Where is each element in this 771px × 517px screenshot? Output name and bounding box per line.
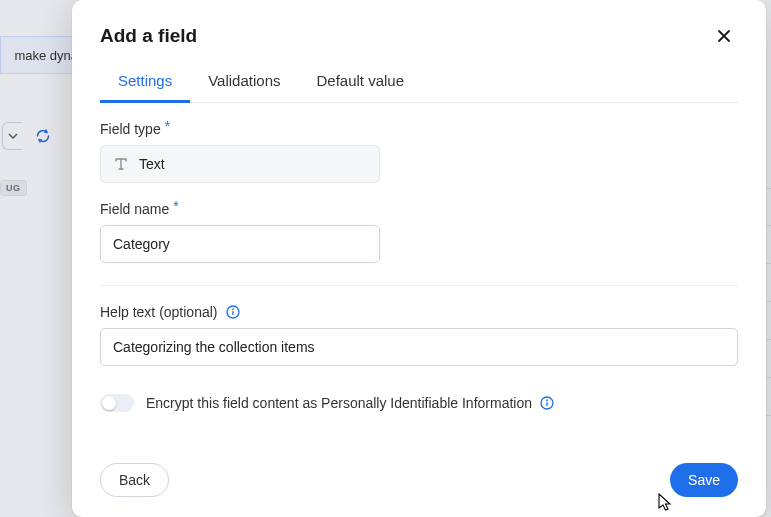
help-text-label: Help text (optional) [100,304,218,320]
modal-title: Add a field [100,25,197,47]
field-name-input[interactable] [100,225,380,263]
help-text-group: Help text (optional) [100,304,738,366]
encrypt-row: Encrypt this field content as Personally… [100,394,738,412]
divider [100,285,738,286]
field-type-group: Field type * Text [100,121,738,183]
text-type-icon [113,156,129,172]
svg-point-4 [546,399,548,401]
encrypt-label: Encrypt this field content as Personally… [146,395,554,411]
info-icon[interactable] [540,396,554,410]
tabs: Settings Validations Default value [100,60,738,103]
svg-point-1 [232,308,234,310]
svg-rect-2 [232,311,233,315]
help-text-input[interactable] [100,328,738,366]
info-icon[interactable] [226,305,240,319]
modal-footer: Back Save [100,443,738,497]
close-button[interactable] [710,22,738,50]
modal-header: Add a field [100,22,738,50]
encrypt-toggle[interactable] [100,394,134,412]
svg-rect-5 [546,402,547,406]
tab-default-value[interactable]: Default value [298,60,422,102]
add-field-modal: Add a field Settings Validations Default… [72,0,766,517]
field-name-label: Field name [100,201,169,217]
toggle-knob [102,396,116,410]
required-indicator: * [173,198,178,214]
close-icon [716,28,732,44]
save-button[interactable]: Save [670,463,738,497]
back-button[interactable]: Back [100,463,169,497]
field-type-label: Field type [100,121,161,137]
encrypt-label-text: Encrypt this field content as Personally… [146,395,532,411]
tab-validations[interactable]: Validations [190,60,298,102]
field-type-select[interactable]: Text [100,145,380,183]
required-indicator: * [165,118,170,134]
field-name-group: Field name * [100,201,738,263]
tab-settings[interactable]: Settings [100,60,190,102]
field-type-value: Text [139,156,165,172]
